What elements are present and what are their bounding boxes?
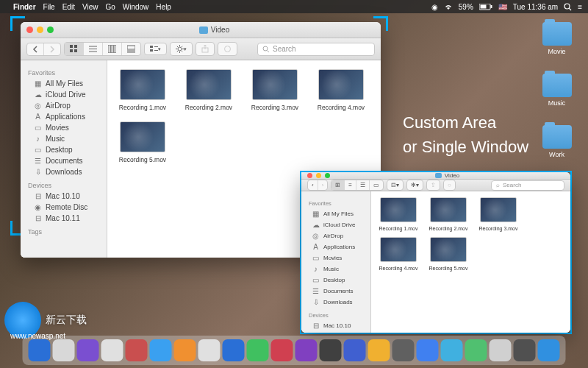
sidebar-item-mac1010[interactable]: ⊟Mac 10.10 [301, 320, 370, 331]
share-button[interactable]: ⇪ [427, 180, 440, 190]
sidebar-item-movies[interactable]: ▭Movies [301, 252, 370, 263]
sidebar-item-airdrop[interactable]: ◎AirDrop [301, 230, 370, 241]
dock-app-5[interactable] [150, 339, 172, 361]
sidebar-item-mac1010[interactable]: ⊟Mac 10.10 [21, 191, 107, 202]
sidebar-item-all-files[interactable]: ▦All My Files [301, 208, 370, 219]
dock-app-1[interactable] [53, 339, 75, 361]
dock-app-14[interactable] [368, 339, 390, 361]
sidebar-item-music[interactable]: ♪Music [301, 263, 370, 275]
search-input[interactable]: Search [257, 43, 375, 56]
coverflow-view-button[interactable]: ▭ [370, 180, 383, 190]
sidebar-item-remote-disc[interactable]: ◉Remote Disc [301, 331, 370, 333]
menu-file[interactable]: File [43, 3, 55, 11]
sidebar-item-icloud[interactable]: ☁iCloud Drive [21, 89, 107, 100]
desktop-folder-music[interactable]: Music [540, 74, 573, 107]
desktop-folder-work[interactable]: Work [540, 125, 573, 158]
forward-button[interactable] [44, 43, 60, 55]
sidebar-item-downloads[interactable]: ⇩Downloads [21, 166, 107, 177]
dock-app-20[interactable] [514, 339, 536, 361]
icon-view-button[interactable] [65, 43, 84, 55]
flag-icon[interactable]: 🇺🇸 [498, 3, 507, 11]
file-item[interactable]: Recording 2.mov [427, 197, 470, 231]
dock-app-0[interactable] [29, 339, 51, 361]
file-item[interactable]: Recording 2.mov [182, 69, 235, 111]
sidebar-item-movies[interactable]: ▭Movies [21, 122, 107, 133]
clock[interactable]: Tue 11:36 am [513, 3, 558, 11]
menu-go[interactable]: Go [105, 3, 115, 11]
menu-window[interactable]: Window [123, 3, 149, 11]
list-view-button[interactable]: ≡ [345, 180, 356, 190]
arrange-button[interactable]: ▾ [145, 43, 166, 54]
icon-view-button[interactable]: ⊞ [331, 180, 345, 190]
coverflow-view-button[interactable] [122, 43, 140, 55]
battery-percent[interactable]: 59% [459, 3, 473, 11]
dock-app-2[interactable] [77, 339, 99, 361]
back-button[interactable] [27, 43, 44, 55]
file-item[interactable]: Recording 5.mov [116, 121, 169, 163]
maximize-button[interactable] [47, 26, 54, 33]
dock-app-11[interactable] [295, 339, 318, 361]
dock-app-7[interactable] [198, 339, 220, 361]
file-grid[interactable]: Recording 1.mov Recording 2.mov Recordin… [371, 191, 570, 333]
sidebar-item-desktop[interactable]: ▭Desktop [21, 144, 107, 155]
sidebar-item-icloud[interactable]: ☁iCloud Drive [301, 219, 370, 230]
dock-app-18[interactable] [465, 339, 487, 361]
dock-app-19[interactable] [490, 339, 512, 361]
column-view-button[interactable]: ☰ [356, 180, 370, 190]
dock-app-21[interactable] [538, 339, 560, 361]
sidebar-item-applications[interactable]: AApplications [301, 241, 370, 252]
sidebar-item-airdrop[interactable]: ◎AirDrop [21, 100, 107, 111]
sidebar-item-all-files[interactable]: ▦All My Files [21, 78, 107, 89]
sidebar-item-documents[interactable]: ☰Documents [301, 286, 370, 297]
wifi-icon[interactable] [444, 4, 453, 10]
file-item[interactable]: Recording 3.mov [248, 69, 301, 111]
notification-icon[interactable]: ≡ [578, 3, 582, 11]
back-button[interactable]: ‹ [308, 180, 318, 190]
menu-help[interactable]: Help [156, 3, 171, 11]
maximize-button[interactable] [325, 173, 330, 178]
menu-view[interactable]: View [82, 3, 98, 11]
dock-app-9[interactable] [247, 339, 269, 361]
share-button[interactable] [196, 43, 214, 55]
close-button[interactable] [307, 173, 312, 178]
shazam-icon[interactable]: ◉ [431, 3, 438, 11]
file-item[interactable]: Recording 4.mov [377, 237, 420, 271]
file-item[interactable]: Recording 4.mov [315, 69, 368, 111]
action-button[interactable]: ▾ [171, 43, 192, 55]
sidebar-item-applications[interactable]: AApplications [21, 111, 107, 122]
column-view-button[interactable] [103, 43, 122, 55]
minimize-button[interactable] [316, 173, 321, 178]
sidebar-item-mac1011[interactable]: ⊟Mac 10.11 [21, 213, 107, 224]
file-item[interactable]: Recording 5.mov [427, 237, 470, 271]
dock-app-8[interactable] [223, 339, 245, 361]
dock-app-16[interactable] [417, 339, 439, 361]
file-item[interactable]: Recording 1.mov [377, 197, 420, 231]
sidebar-item-desktop[interactable]: ▭Desktop [301, 275, 370, 286]
sidebar-item-documents[interactable]: ☰Documents [21, 155, 107, 166]
arrange-button[interactable]: ⊟▾ [387, 180, 403, 190]
dock-app-13[interactable] [344, 339, 366, 361]
action-button[interactable]: ✻▾ [407, 180, 423, 190]
dock-app-12[interactable] [320, 339, 342, 361]
search-input[interactable]: ⌕ Search [491, 180, 564, 191]
sidebar-item-downloads[interactable]: ⇩Downloads [301, 297, 370, 308]
file-item[interactable]: Recording 3.mov [477, 197, 520, 231]
dock-app-17[interactable] [441, 339, 463, 361]
dock-app-3[interactable] [101, 339, 123, 361]
forward-button[interactable]: › [318, 180, 328, 190]
list-view-button[interactable] [84, 43, 103, 55]
minimize-button[interactable] [37, 26, 43, 33]
tags-button[interactable] [218, 43, 237, 55]
app-name[interactable]: Finder [13, 3, 36, 11]
file-item[interactable]: Recording 1.mov [116, 69, 169, 111]
sidebar-item-remote-disc[interactable]: ◉Remote Disc [21, 202, 107, 213]
desktop-folder-movie[interactable]: Movie [540, 22, 573, 55]
dock-app-10[interactable] [271, 339, 293, 361]
tags-button[interactable]: ○ [444, 180, 455, 190]
dock-app-4[interactable] [126, 339, 148, 361]
titlebar[interactable]: Video [301, 172, 570, 180]
dock-app-15[interactable] [392, 339, 415, 361]
close-button[interactable] [26, 26, 33, 33]
menu-edit[interactable]: Edit [62, 3, 75, 11]
sidebar-item-music[interactable]: ♪Music [21, 133, 107, 144]
